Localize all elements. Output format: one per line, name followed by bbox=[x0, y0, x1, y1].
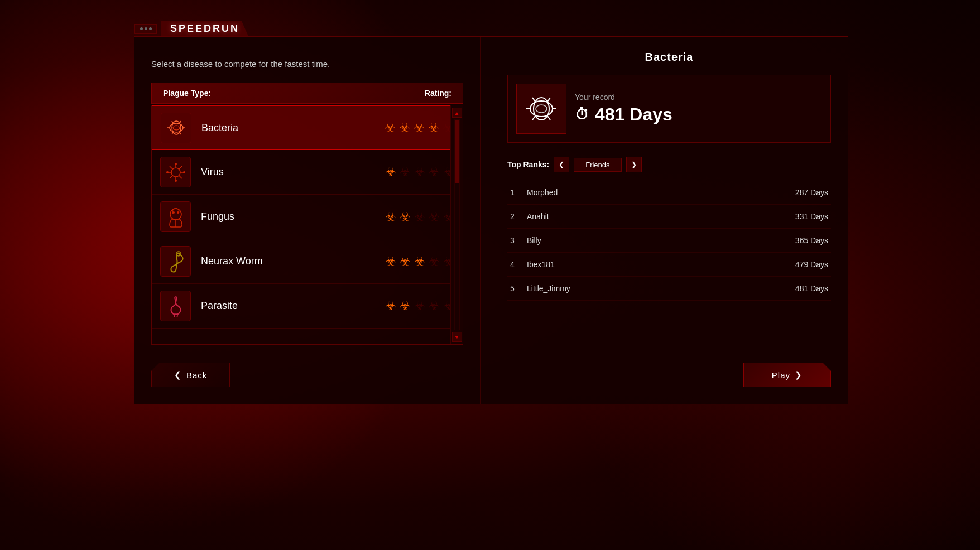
bio-icon-v1: ☣ bbox=[385, 165, 396, 180]
svg-point-22 bbox=[170, 209, 181, 220]
plague-type-label: Plague Type: bbox=[163, 89, 211, 98]
rank-1-score: 287 Days bbox=[696, 181, 831, 205]
disease-item-bacteria[interactable]: Bacteria ☣ ☣ ☣ ☣ ☣ bbox=[152, 105, 463, 150]
ranks-table: 1 Morphed 287 Days 2 Anahit 331 Days 3 B… bbox=[507, 181, 831, 301]
bacteria-large-icon bbox=[516, 84, 566, 134]
svg-point-18 bbox=[175, 163, 177, 165]
rank-5-name: Little_Jimmy bbox=[524, 277, 696, 301]
back-button[interactable]: ❮ Back bbox=[151, 363, 230, 387]
window-title: SPEEDRUN bbox=[170, 23, 239, 34]
bio-icon-v4: ☣ bbox=[429, 165, 440, 180]
fungus-rating: ☣ ☣ ☣ ☣ ☣ bbox=[385, 210, 454, 224]
scrollbar[interactable]: ▲ ▼ bbox=[450, 105, 463, 344]
bio-icon-f2: ☣ bbox=[400, 210, 411, 224]
svg-line-15 bbox=[179, 175, 181, 178]
rank-3-name: Billy bbox=[524, 229, 696, 253]
left-panel: Select a disease to compete for the fast… bbox=[134, 37, 481, 404]
record-value: ⏱ 481 Days bbox=[575, 104, 822, 125]
bacteria-name: Bacteria bbox=[201, 122, 385, 134]
rank-1-num: 1 bbox=[507, 181, 524, 205]
fungus-icon bbox=[160, 201, 191, 232]
bio-icon-p2: ☣ bbox=[400, 299, 411, 313]
rank-5-num: 5 bbox=[507, 277, 524, 301]
svg-point-20 bbox=[166, 171, 169, 173]
prev-filter-btn[interactable]: ❮ bbox=[554, 157, 569, 172]
clock-icon: ⏱ bbox=[575, 106, 589, 123]
svg-point-2 bbox=[173, 126, 180, 130]
parasite-icon bbox=[160, 291, 191, 321]
scroll-up-btn[interactable]: ▲ bbox=[452, 108, 462, 118]
bio-icon-n1: ☣ bbox=[385, 254, 396, 269]
svg-point-28 bbox=[177, 252, 179, 254]
rank-4-num: 4 bbox=[507, 253, 524, 277]
virus-icon bbox=[160, 157, 191, 187]
rank-4-score: 479 Days bbox=[696, 253, 831, 277]
svg-line-3 bbox=[172, 121, 173, 123]
fungus-name: Fungus bbox=[201, 211, 385, 223]
filter-button[interactable]: Friends bbox=[574, 158, 621, 172]
scroll-thumb bbox=[455, 120, 459, 183]
parasite-name: Parasite bbox=[201, 300, 385, 312]
svg-point-21 bbox=[183, 171, 185, 173]
back-label: Back bbox=[186, 370, 207, 380]
bottom-buttons: ❮ Back Play ❯ bbox=[134, 363, 848, 387]
table-row: 5 Little_Jimmy 481 Days bbox=[507, 277, 831, 301]
disease-item-parasite[interactable]: Parasite ☣ ☣ ☣ ☣ ☣ bbox=[152, 284, 463, 329]
table-row: 3 Billy 365 Days bbox=[507, 229, 831, 253]
rank-2-num: 2 bbox=[507, 205, 524, 229]
right-panel: Bacteria Your record ⏱ bbox=[491, 37, 848, 404]
neurax-worm-name: Neurax Worm bbox=[201, 255, 385, 267]
svg-line-35 bbox=[532, 116, 535, 120]
neurax-rating: ☣ ☣ ☣ ☣ ☣ bbox=[385, 254, 454, 269]
play-chevron-icon: ❯ bbox=[795, 370, 803, 380]
svg-line-5 bbox=[172, 132, 173, 134]
record-label: Your record bbox=[575, 93, 822, 102]
bio-icon-n4: ☣ bbox=[429, 254, 440, 269]
window-title-bar: SPEEDRUN bbox=[161, 21, 248, 36]
record-info: Your record ⏱ 481 Days bbox=[575, 93, 822, 125]
svg-point-25 bbox=[177, 211, 179, 214]
rating-label: Rating: bbox=[425, 89, 451, 98]
window-controls bbox=[134, 24, 157, 34]
rank-2-name: Anahit bbox=[524, 205, 696, 229]
virus-name: Virus bbox=[201, 166, 385, 178]
record-box: Your record ⏱ 481 Days bbox=[507, 75, 831, 143]
main-window: SPEEDRUN Select a disease to compete for… bbox=[134, 36, 848, 404]
disease-item-fungus[interactable]: Fungus ☣ ☣ ☣ ☣ ☣ bbox=[152, 195, 463, 239]
table-row: 4 Ibex181 479 Days bbox=[507, 253, 831, 277]
disease-item-virus[interactable]: Virus ☣ ☣ ☣ ☣ ☣ bbox=[152, 150, 463, 195]
svg-point-24 bbox=[172, 211, 175, 214]
scroll-track bbox=[454, 119, 460, 330]
rank-3-num: 3 bbox=[507, 229, 524, 253]
next-filter-btn[interactable]: ❯ bbox=[626, 157, 642, 172]
bacteria-icon bbox=[161, 113, 191, 143]
svg-line-4 bbox=[180, 121, 181, 123]
bio-icon-1: ☣ bbox=[385, 120, 396, 135]
bio-icon-f1: ☣ bbox=[385, 210, 396, 224]
play-button[interactable]: Play ❯ bbox=[743, 363, 831, 387]
bio-icon-p4: ☣ bbox=[429, 299, 440, 313]
bio-icon-p3: ☣ bbox=[414, 299, 425, 313]
table-row: 1 Morphed 287 Days bbox=[507, 181, 831, 205]
parasite-rating: ☣ ☣ ☣ ☣ ☣ bbox=[385, 299, 454, 313]
top-ranks-label: Top Ranks: bbox=[507, 160, 549, 169]
svg-point-32 bbox=[536, 105, 547, 113]
scroll-down-btn[interactable]: ▼ bbox=[452, 332, 462, 342]
back-chevron-icon: ❮ bbox=[174, 370, 182, 380]
bacteria-rating: ☣ ☣ ☣ ☣ ☣ bbox=[385, 120, 454, 135]
svg-line-34 bbox=[547, 98, 550, 102]
disease-list-container: Bacteria ☣ ☣ ☣ ☣ ☣ bbox=[151, 105, 463, 345]
neurax-worm-icon bbox=[160, 246, 191, 277]
bio-icon-f3: ☣ bbox=[414, 210, 425, 224]
disease-item-neurax-worm[interactable]: Neurax Worm ☣ ☣ ☣ ☣ ☣ bbox=[152, 239, 463, 284]
disease-list: Bacteria ☣ ☣ ☣ ☣ ☣ bbox=[152, 105, 463, 344]
record-days: 481 Days bbox=[595, 104, 672, 125]
svg-line-33 bbox=[532, 98, 535, 102]
svg-line-14 bbox=[170, 166, 172, 169]
bio-icon-v3: ☣ bbox=[414, 165, 425, 180]
plague-header: Plague Type: Rating: bbox=[151, 83, 463, 104]
rank-5-score: 481 Days bbox=[696, 277, 831, 301]
svg-line-36 bbox=[547, 116, 550, 120]
svg-line-17 bbox=[170, 175, 172, 178]
bio-icon-n2: ☣ bbox=[400, 254, 411, 269]
